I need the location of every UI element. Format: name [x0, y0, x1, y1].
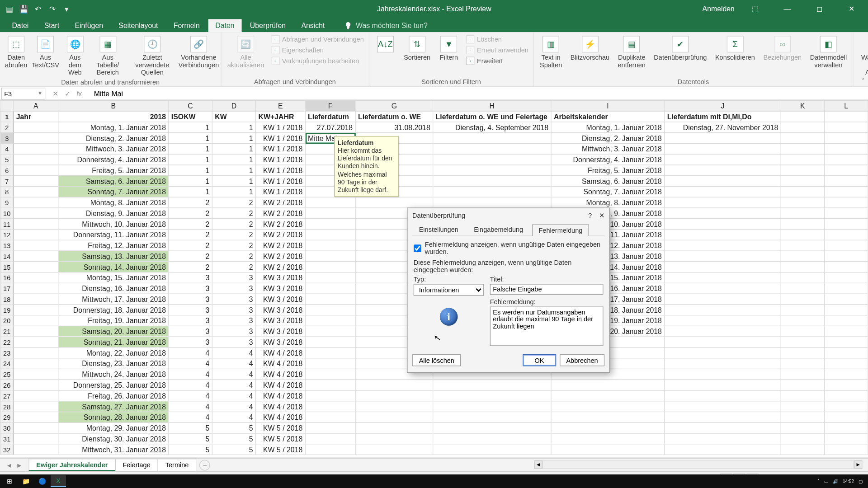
cell[interactable]: 1: [212, 154, 255, 165]
cell[interactable]: [781, 433, 824, 444]
cell[interactable]: KW 4 / 2018: [256, 380, 306, 390]
cell[interactable]: 3: [212, 272, 255, 283]
cell[interactable]: [14, 208, 58, 219]
cell[interactable]: [781, 401, 824, 412]
row-header[interactable]: 14: [0, 251, 14, 262]
cell[interactable]: KW 4 / 2018: [256, 401, 306, 412]
cell[interactable]: [665, 444, 781, 455]
cell[interactable]: [825, 390, 868, 401]
col-header-I[interactable]: I: [551, 100, 665, 111]
cell[interactable]: 3: [212, 315, 255, 326]
col-header-A[interactable]: A: [14, 100, 58, 111]
cell[interactable]: [305, 294, 355, 305]
cell[interactable]: [305, 240, 355, 251]
signin-link[interactable]: Anmelden: [703, 5, 735, 13]
cell[interactable]: Samstag, 6. Januar 2018: [551, 176, 665, 187]
ribbon-btn[interactable]: ▦Aus Tabelle/Bereich: [91, 35, 124, 78]
col-header-H[interactable]: H: [433, 100, 551, 111]
cell[interactable]: 4: [212, 358, 255, 369]
cell[interactable]: [781, 197, 824, 208]
cell[interactable]: [305, 197, 355, 208]
cell[interactable]: Samstag, 27. Januar 2018: [58, 401, 169, 412]
cell[interactable]: 2: [212, 262, 255, 272]
row-header[interactable]: 15: [0, 262, 14, 272]
cell[interactable]: Dienstag, 9. Januar 2018: [58, 208, 169, 219]
show-error-checkbox-input[interactable]: [414, 244, 421, 252]
cell[interactable]: Samstag, 20. Januar 2018: [58, 326, 169, 337]
row-header[interactable]: 28: [0, 401, 14, 412]
cell[interactable]: [305, 251, 355, 262]
cell[interactable]: Donnerstag, 18. Januar 2018: [58, 305, 169, 315]
cell[interactable]: [781, 133, 824, 144]
cell[interactable]: [825, 315, 868, 326]
cell[interactable]: [781, 326, 824, 337]
cell[interactable]: [825, 294, 868, 305]
cell[interactable]: [825, 358, 868, 369]
cell[interactable]: Samstag, 13. Januar 2018: [58, 251, 169, 262]
start-button[interactable]: ⊞: [2, 475, 17, 487]
cell[interactable]: [305, 272, 355, 283]
cell[interactable]: 3: [169, 294, 212, 305]
minimize-icon[interactable]: —: [775, 5, 799, 13]
cell[interactable]: [665, 143, 781, 154]
cell[interactable]: 3: [212, 283, 255, 294]
tray-notifications-icon[interactable]: ▢: [859, 479, 863, 484]
cell[interactable]: Montag, 1. Januar 2018: [58, 122, 169, 133]
cell[interactable]: Freitag, 19. Januar 2018: [58, 315, 169, 326]
row-header[interactable]: 18: [0, 294, 14, 305]
header-cell[interactable]: 2018: [58, 111, 169, 122]
cell[interactable]: [665, 380, 781, 390]
row-header[interactable]: 2: [0, 122, 14, 133]
scroll-right-icon[interactable]: ►: [854, 460, 862, 469]
cell[interactable]: [305, 401, 355, 412]
cell[interactable]: [305, 208, 355, 219]
header-cell[interactable]: Lieferdatum o. WE und Feiertage: [433, 111, 551, 122]
cell[interactable]: [665, 240, 781, 251]
ribbon-tab-seitenlayout[interactable]: Seitenlayout: [111, 19, 165, 32]
cell[interactable]: Dienstag, 30. Januar 2018: [58, 433, 169, 444]
cell[interactable]: [665, 337, 781, 347]
col-header-F[interactable]: F: [305, 100, 355, 111]
dialog-close-icon[interactable]: ✕: [599, 211, 604, 219]
cell[interactable]: KW 1 / 2018: [256, 133, 306, 144]
cell[interactable]: KW 5 / 2018: [256, 422, 306, 433]
cell[interactable]: [825, 133, 868, 144]
cell[interactable]: [825, 305, 868, 315]
cell[interactable]: 1: [212, 133, 255, 144]
cell[interactable]: Montag, 8. Januar 2018: [551, 197, 665, 208]
cell[interactable]: [14, 315, 58, 326]
cell[interactable]: [825, 369, 868, 380]
ribbon-btn[interactable]: ▤Duplikateentfernen: [615, 35, 648, 70]
cell[interactable]: 1: [169, 176, 212, 187]
cell[interactable]: [781, 380, 824, 390]
cell[interactable]: KW 3 / 2018: [256, 337, 306, 347]
accept-formula-icon[interactable]: ✓: [65, 89, 71, 97]
ribbon-options-icon[interactable]: ⬚: [743, 5, 767, 13]
row-header[interactable]: 1: [0, 111, 14, 122]
cell[interactable]: 1: [169, 154, 212, 165]
cell[interactable]: [825, 251, 868, 262]
cell[interactable]: Samstag, 6. Januar 2018: [58, 176, 169, 187]
sheet-tab[interactable]: Feiertage: [115, 459, 158, 471]
cell[interactable]: 4: [169, 401, 212, 412]
cell[interactable]: [825, 230, 868, 240]
cell[interactable]: [665, 219, 781, 230]
cell[interactable]: Freitag, 5. Januar 2018: [58, 165, 169, 176]
cell[interactable]: [781, 143, 824, 154]
cell[interactable]: 2: [212, 219, 255, 230]
cell[interactable]: 2: [212, 197, 255, 208]
ribbon-btn[interactable]: ▥Text inSpalten: [538, 35, 565, 70]
cell[interactable]: [825, 165, 868, 176]
ribbon-btn[interactable]: ▼Filtern: [436, 35, 461, 63]
cell[interactable]: Montag, 15. Januar 2018: [58, 272, 169, 283]
cell[interactable]: [305, 412, 355, 422]
taskbar-excel-icon[interactable]: X: [51, 475, 66, 487]
cell[interactable]: Dienstag, 23. Januar 2018: [58, 358, 169, 369]
cell[interactable]: 2: [212, 208, 255, 219]
dialog-tab-0[interactable]: Einstellungen: [412, 224, 465, 235]
cell[interactable]: KW 3 / 2018: [256, 294, 306, 305]
cell[interactable]: [781, 208, 824, 219]
dialog-help-icon[interactable]: ?: [588, 211, 592, 219]
ribbon-btn[interactable]: ⇅Sortieren: [401, 35, 433, 63]
cell[interactable]: Mittwoch, 17. Januar 2018: [58, 294, 169, 305]
